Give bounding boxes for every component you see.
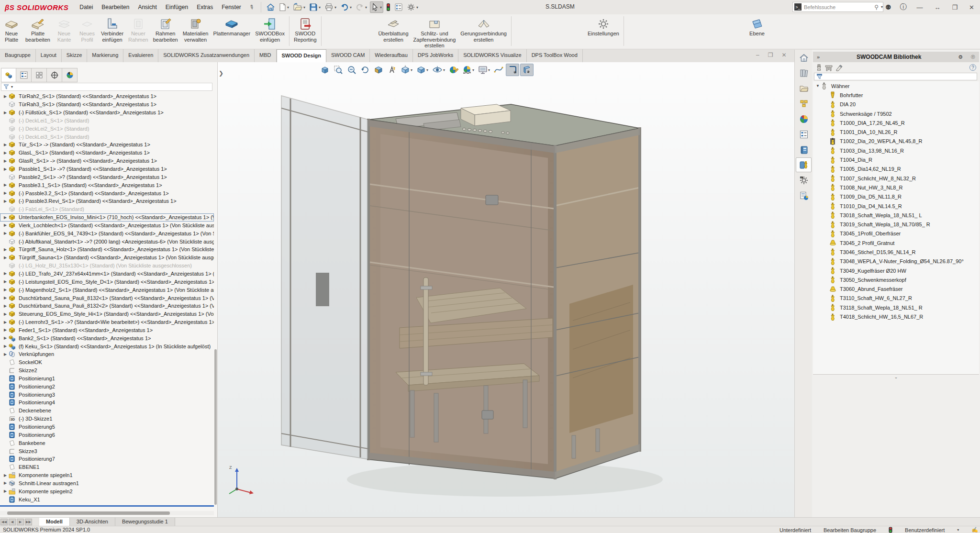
collapse-panel-icon[interactable]: » xyxy=(813,54,824,60)
library-gear-icon[interactable]: ⚙ xyxy=(954,54,967,60)
taskpane-file-explorer-button[interactable] xyxy=(796,81,812,96)
dropdown-caret-icon[interactable]: ▾ xyxy=(416,5,418,10)
units-caret-icon[interactable]: ▾ xyxy=(957,528,959,532)
panel-manager-button[interactable]: Plattenmanager xyxy=(211,16,252,38)
tree-item[interactable]: (-) DeckLei3_S<1> (Standard) xyxy=(0,133,214,141)
zoom-area-button[interactable] xyxy=(332,64,345,76)
previous-view-button[interactable] xyxy=(359,64,371,76)
expand-arrow-icon[interactable]: ▶ xyxy=(2,223,9,227)
dropdown-caret-icon[interactable]: ▾ xyxy=(365,5,367,10)
expand-arrow-icon[interactable]: ▶ xyxy=(2,247,9,252)
doc-minimize-icon[interactable]: – xyxy=(756,52,759,58)
taskpane-swood-options-button[interactable]: D xyxy=(796,173,812,188)
tree-item[interactable]: ▶Feder1_S<1> (Standard) <<Standard>_Anze… xyxy=(0,326,214,334)
expand-arrow-icon[interactable]: ▶ xyxy=(2,143,9,147)
expand-arrow-icon[interactable]: ▶ xyxy=(2,320,9,324)
tree-item[interactable]: ▶Steuerung_EOS_Emo_Style_Hi<1> (Standard… xyxy=(0,310,214,318)
tree-vertical-scrollbar[interactable] xyxy=(214,349,217,505)
library-item[interactable]: T1009_Dia_D5_NL11,8_R xyxy=(813,192,979,201)
menu-bearbeiten[interactable]: Bearbeiten xyxy=(97,1,134,13)
library-item[interactable]: T3048_WEPLA_V-Nuter_Folding_Ø54_NL26.87_… xyxy=(813,257,979,266)
graphics-viewport[interactable]: ❯ ▾▾▾▾▾ Z xyxy=(218,62,794,517)
tab-solidworks-visualize[interactable]: SOLIDWORKS Visualize xyxy=(458,49,526,62)
redo-icon[interactable]: ▾ xyxy=(355,2,368,12)
expand-arrow-icon[interactable]: ▶ xyxy=(2,255,9,260)
tree-item[interactable]: ▶Schnitt-Linear austragen1 xyxy=(0,479,214,488)
tab-dps-jobworks[interactable]: DPS JobWorks xyxy=(413,49,458,62)
connector-insert-button[interactable]: Verbinder einfügen xyxy=(99,16,125,44)
frame-edit-button[interactable]: Rahmen bearbeiten xyxy=(151,16,180,44)
library-item[interactable]: T1007_Schlicht_HW_8_NL32_R xyxy=(813,174,979,183)
tree-item[interactable]: ▶(-) Passble3.Revi_S<1> (Standard) <<Sta… xyxy=(0,197,214,205)
command-search[interactable]: >_ Befehlssuche ⚲ ▾ xyxy=(792,2,883,12)
tree-item[interactable]: (-) Abluftkanal_Standart<1> ->? (2000 la… xyxy=(0,237,214,245)
tree-item[interactable]: (-) FalzLei_S<1> (Standard) xyxy=(0,205,214,213)
tree-item[interactable]: Deckenebene xyxy=(0,407,214,415)
menu-einfügen[interactable]: Einfügen xyxy=(161,1,192,13)
tree-item[interactable]: ▶(f) Keku_S<1> (Standard) <<Standard>_An… xyxy=(0,342,214,350)
library-item[interactable]: T3046_Stichel_D15,96_NL14_R xyxy=(813,247,979,256)
tree-item[interactable]: Bankebene xyxy=(0,439,214,447)
dropdown-caret-icon[interactable]: ▾ xyxy=(303,5,305,10)
print-icon[interactable]: ▾ xyxy=(323,2,337,12)
dropdown-caret-icon[interactable]: ▾ xyxy=(488,68,490,72)
library-item[interactable]: ▼Wähner xyxy=(813,81,979,90)
pane-toggle-left-button[interactable] xyxy=(506,64,519,76)
tree-item[interactable]: TürRah3_S<1> (Standard) <<Standard>_Anze… xyxy=(0,100,214,109)
expand-arrow-icon[interactable]: ▶ xyxy=(2,111,9,115)
expand-arrow-icon[interactable]: ▶ xyxy=(2,473,9,477)
tab-wiederaufbau[interactable]: Wiederaufbau xyxy=(370,49,413,62)
expand-arrow-icon[interactable]: ▶ xyxy=(2,167,9,171)
tree-item[interactable]: Positionierung5 xyxy=(0,423,214,431)
dropdown-caret-icon[interactable]: ▾ xyxy=(334,5,336,10)
tree-item[interactable]: ▶Türgriff_Sauna_Holz<1> (Standard) <<Sta… xyxy=(0,245,214,254)
open-document-icon[interactable]: ▾ xyxy=(292,2,306,12)
tree-item[interactable]: ▶(-) Passble3.2_S<1> (Standard) <<Standa… xyxy=(0,189,214,197)
library-item[interactable]: T3118_Schaft_Wepla_18_NL51_ R xyxy=(813,303,979,312)
expand-arrow-icon[interactable]: ▶ xyxy=(2,312,9,316)
expand-arrow-icon[interactable]: ▶ xyxy=(2,151,9,155)
close-button[interactable]: ✕ xyxy=(969,4,974,11)
library-item[interactable]: T3045_1Profil_Oberfräser xyxy=(813,229,979,238)
tree-filter-input[interactable]: ▾ xyxy=(1,83,212,91)
library-item[interactable]: T3049_Kugelfräser Ø20 HW xyxy=(813,266,979,275)
library-item[interactable]: T1002_Dia_20_WEPLA_NL45,8_R xyxy=(813,137,979,146)
menu-fenster[interactable]: Fenster xyxy=(217,1,245,13)
dropdown-caret-icon[interactable]: ▾ xyxy=(380,5,382,10)
taskpane-home-button[interactable] xyxy=(796,50,812,65)
taskpane-custom-properties-button[interactable] xyxy=(796,127,812,142)
library-help-icon[interactable]: ? xyxy=(969,64,976,71)
tree-item[interactable]: Positionierung4 xyxy=(0,399,214,407)
tree-item[interactable]: Skizze3 xyxy=(0,447,214,455)
flyout-expand-icon[interactable]: ❯ xyxy=(219,70,223,77)
library-item[interactable]: T3019_Schaft_Wepla_18_NL70/85_ R xyxy=(813,220,979,229)
tree-item[interactable]: ▶Komponente spiegeln1 xyxy=(0,471,214,479)
plate-new-button[interactable]: Neue Platte xyxy=(0,16,22,44)
settings-gear-button[interactable]: Einstellungen xyxy=(586,16,621,38)
taskpane-design-library-button[interactable] xyxy=(796,66,812,80)
expand-arrow-icon[interactable]: ▶ xyxy=(2,352,9,356)
tab-solidworks-zusatzanwendungen[interactable]: SOLIDWORKS Zusatzanwendungen xyxy=(158,49,255,62)
plate-edit-button[interactable]: Platte bearbeiten xyxy=(23,16,52,44)
minimize-button[interactable]: — xyxy=(916,4,923,11)
library-item[interactable]: Schwenksäge / T9502 xyxy=(813,109,979,118)
select-tool-icon[interactable]: ▾ xyxy=(370,1,383,13)
materials-manage-button[interactable]: Materialien verwalten xyxy=(181,16,211,44)
tree-item[interactable]: (-) DeckLei2_S<1> (Standard) xyxy=(0,124,214,133)
library-item[interactable]: T1008_Nut_HW_3_NL8_R xyxy=(813,183,979,192)
tree-item[interactable]: Positionierung6 xyxy=(0,431,214,439)
dropdown-caret-icon[interactable]: ▾ xyxy=(350,5,352,10)
dropdown-caret-icon[interactable]: ▾ xyxy=(319,5,321,10)
tab-scroll-button[interactable]: ◀◀ xyxy=(0,519,8,525)
tab-markierung[interactable]: Markierung xyxy=(87,49,123,62)
tree-item[interactable]: ▶Duschtürband_Sauna_Pauli_8132<2> (Stand… xyxy=(0,302,214,310)
new-document-icon[interactable]: ▾ xyxy=(278,2,290,12)
menu-ansicht[interactable]: Ansicht xyxy=(134,1,161,13)
hide-show-items-button[interactable]: ▾ xyxy=(431,64,446,76)
toolset-icon[interactable] xyxy=(825,64,833,71)
expand-arrow-icon[interactable]: ▶ xyxy=(2,288,9,292)
tree-item[interactable]: EBENE1 xyxy=(0,463,214,471)
help-icon[interactable]: ⓘ xyxy=(900,3,906,11)
section-view-button[interactable] xyxy=(372,64,385,76)
tab-mbd[interactable]: MBD xyxy=(255,49,276,62)
